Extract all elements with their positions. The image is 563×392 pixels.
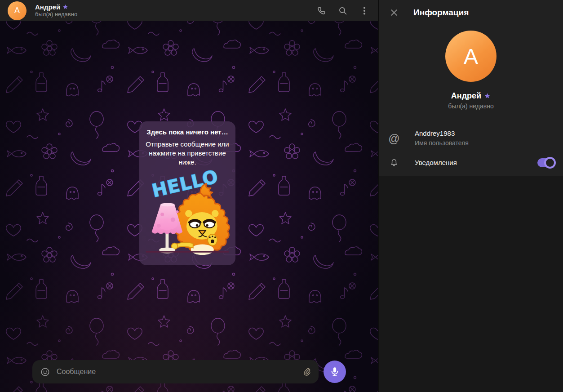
notifications-row[interactable]: Уведомления [379, 151, 563, 175]
emoji-button[interactable] [39, 365, 51, 378]
profile-avatar[interactable]: A [445, 31, 497, 82]
emoji-icon [40, 367, 50, 377]
username-label: Имя пользователя [415, 139, 469, 147]
premium-star-icon [484, 93, 491, 99]
profile-avatar-letter: A [464, 44, 478, 69]
empty-chat-title: Здесь пока ничего нет… [146, 128, 228, 137]
at-sign-icon: @ [389, 133, 399, 144]
empty-chat-card: Здесь пока ничего нет… Отправьте сообщен… [139, 121, 235, 265]
premium-star-icon [62, 4, 68, 10]
call-icon [316, 5, 327, 16]
avatar-letter: A [14, 6, 20, 15]
profile-status: был(а) недавно [379, 102, 563, 110]
info-panel-top-section: Информация A Андрей был(а) недавно @ And… [379, 0, 563, 176]
panel-title: Информация [413, 8, 469, 18]
message-input-bar[interactable] [32, 360, 319, 383]
attach-button[interactable] [300, 365, 314, 379]
more-menu-button[interactable] [355, 2, 373, 20]
close-panel-button[interactable] [385, 4, 403, 22]
chat-header[interactable]: A Андрей был(а) недавно [0, 0, 378, 21]
telegram-window: A Андрей был(а) недавно [0, 0, 563, 392]
search-button[interactable] [334, 2, 352, 20]
chat-header-info: Андрей был(а) недавно [35, 3, 77, 18]
call-button[interactable] [312, 2, 330, 20]
profile-name: Андрей [451, 91, 481, 101]
info-panel-header: Информация [379, 0, 563, 25]
avatar[interactable]: A [8, 1, 27, 20]
greeting-sticker[interactable]: HELLO [141, 168, 234, 257]
info-panel: Информация A Андрей был(а) недавно @ And… [379, 0, 563, 392]
microphone-icon [329, 366, 341, 378]
toggle-knob [544, 157, 556, 169]
notifications-toggle[interactable] [537, 158, 554, 167]
search-icon [337, 5, 348, 16]
chat-area: A Андрей был(а) недавно [0, 0, 378, 392]
username-row[interactable]: @ Anddrey1983 Имя пользователя [379, 126, 563, 151]
notifications-label: Уведомления [415, 159, 457, 167]
chat-status: был(а) недавно [35, 11, 77, 18]
voice-record-button[interactable] [324, 361, 346, 383]
username-value: Anddrey1983 [415, 129, 469, 138]
empty-chat-subtitle: Отправьте сообщение или нажмите на приве… [145, 140, 230, 167]
message-composer [0, 360, 378, 384]
message-input[interactable] [57, 368, 300, 376]
paperclip-icon [301, 366, 312, 377]
kebab-menu-icon [359, 5, 370, 16]
bell-icon [389, 158, 399, 168]
close-icon [390, 8, 399, 17]
profile-name-row: Андрей [379, 91, 563, 101]
chat-title: Андрей [35, 3, 60, 11]
